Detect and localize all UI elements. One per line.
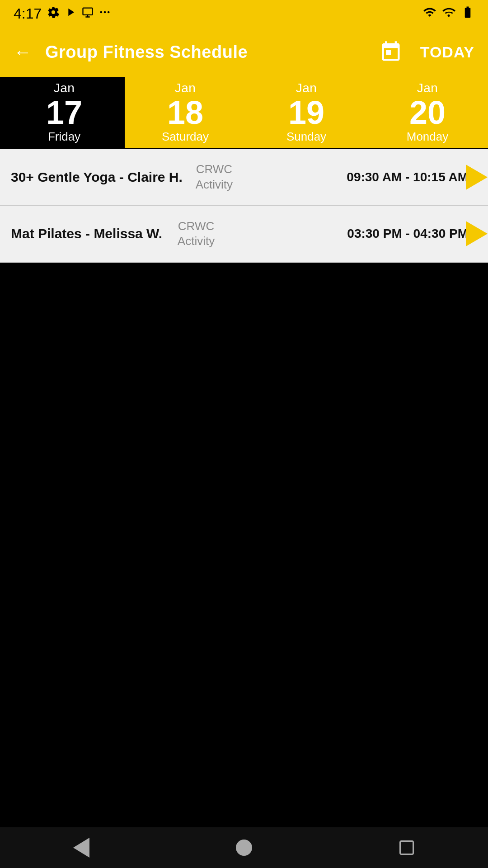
nav-recents-icon [399,840,414,855]
date-day-20: Monday [407,130,449,144]
app-bar: ← Group Fitness Schedule TODAY [0,27,488,77]
nav-recents-button[interactable] [389,830,425,866]
nav-home-button[interactable] [226,830,262,866]
svg-point-2 [108,11,110,14]
app-title: Group Fitness Schedule [45,42,366,62]
status-left: 4:17 [14,5,111,22]
yoga-location: CRWCActivity [183,162,246,193]
screen-icon [81,6,94,21]
signal-icon [442,5,455,22]
status-time: 4:17 [14,5,42,22]
date-cell-jan20[interactable]: Jan 20 Monday [367,77,488,148]
today-button[interactable]: TODAY [416,43,479,61]
date-cell-jan17[interactable]: Jan 17 Friday [4,77,125,148]
status-icons [47,6,111,21]
date-cell-jan18[interactable]: Jan 18 Saturday [125,77,246,148]
schedule-item-pilates[interactable]: Mat Pilates - Melissa W. CRWCActivity 03… [0,206,488,263]
date-month-17: Jan [54,81,75,95]
svg-point-1 [104,11,106,14]
play-icon [64,6,77,21]
date-num-19: 19 [288,96,324,129]
schedule-list: 30+ Gentle Yoga - Claire H. CRWCActivity… [0,149,488,263]
nav-back-icon [73,838,89,858]
date-num-17: 17 [46,96,82,129]
back-arrow-icon: ← [14,42,32,62]
pilates-time: 03:30 PM - 04:30 PM [228,226,477,241]
yoga-class-name: 30+ Gentle Yoga - Claire H. [11,170,183,185]
pilates-location: CRWCActivity [164,219,228,250]
battery-icon [461,5,474,22]
wifi-icon [423,5,436,22]
date-cell-partial [0,77,4,148]
status-bar: 4:17 [0,0,488,27]
date-cell-jan19[interactable]: Jan 19 Sunday [246,77,367,148]
dots-icon [99,6,111,21]
calendar-icon [379,40,403,64]
pilates-class-name: Mat Pilates - Melissa W. [11,226,164,241]
pilates-play-button[interactable] [465,222,488,245]
yoga-time: 09:30 AM - 10:15 AM [246,170,477,184]
yoga-play-button[interactable] [465,166,488,189]
nav-home-icon [236,840,252,856]
date-month-18: Jan [175,81,196,95]
date-day-19: Sunday [286,130,326,144]
date-month-20: Jan [417,81,438,95]
date-month-19: Jan [296,81,317,95]
back-button[interactable]: ← [9,38,36,66]
yoga-play-icon [466,165,488,190]
date-strip: Jan 17 Friday Jan 18 Saturday Jan 19 Sun… [0,77,488,149]
date-num-20: 20 [409,96,446,129]
date-day-18: Saturday [162,130,209,144]
status-right [423,5,474,22]
date-num-18: 18 [167,96,203,129]
date-day-17: Friday [48,130,80,144]
gear-icon [47,6,60,21]
nav-back-button[interactable] [63,830,99,866]
bottom-nav [0,827,488,868]
calendar-button[interactable] [375,36,407,68]
svg-point-0 [100,11,103,14]
schedule-item-yoga[interactable]: 30+ Gentle Yoga - Claire H. CRWCActivity… [0,149,488,206]
pilates-play-icon [466,221,488,246]
